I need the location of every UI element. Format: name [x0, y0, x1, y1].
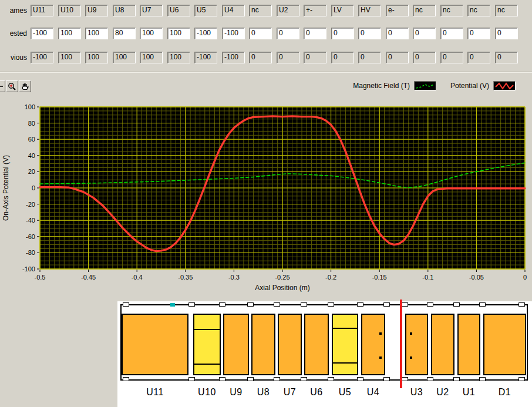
- requested-voltage-15[interactable]: 0: [440, 28, 463, 39]
- requested-voltage-5[interactable]: 100: [167, 28, 190, 39]
- requested-voltage-7[interactable]: -100: [222, 28, 245, 39]
- requested-voltage-4[interactable]: 100: [140, 28, 163, 39]
- mounting-tab-bottom: [328, 377, 334, 381]
- cyan-marker: [170, 303, 175, 307]
- requested-voltage-13[interactable]: 0: [386, 28, 409, 39]
- previous-voltage-2: 100: [85, 52, 108, 63]
- mounting-tab-bottom: [357, 377, 363, 381]
- previous-voltage-15: 0: [440, 52, 463, 63]
- x-tick-label: -0.2: [325, 274, 336, 281]
- electrode-U11: [122, 314, 188, 375]
- mounting-tab-top: [247, 302, 254, 307]
- electrode-dot: [379, 356, 382, 359]
- y-tick-label: -100: [22, 265, 35, 273]
- electrode-U10: [193, 314, 221, 375]
- channel-name-4: U7: [140, 5, 163, 16]
- channel-name-15: nc: [440, 5, 463, 16]
- mounting-tab-bottom: [479, 377, 486, 381]
- mounting-tab-bottom: [247, 377, 254, 381]
- y-tick-label: 40: [28, 152, 35, 159]
- y-axis-title: On-Axis Potential (V): [2, 155, 10, 221]
- mounting-tab-top: [402, 302, 408, 307]
- electrode-label-U5: U5: [339, 387, 351, 398]
- previous-voltage-5: 100: [167, 52, 190, 63]
- mounting-tab-top: [479, 302, 486, 307]
- previous-voltage-11: 0: [331, 52, 354, 63]
- electrode-U2: [431, 314, 454, 375]
- x-tick-label: -0.25: [275, 274, 289, 281]
- mounting-tab-top: [328, 302, 334, 307]
- channel-name-6: U5: [194, 5, 217, 16]
- channel-name-17: nc: [495, 5, 518, 16]
- requested-voltage-9[interactable]: 0: [277, 28, 299, 39]
- mounting-tab-top: [518, 302, 525, 307]
- mounting-tab-top: [274, 302, 280, 307]
- channel-name-7: U4: [222, 5, 245, 16]
- electrode-label-U8: U8: [257, 387, 270, 398]
- electrode-label-U3: U3: [410, 387, 423, 398]
- requested-voltage-14[interactable]: 0: [413, 28, 436, 39]
- channel-name-0: U11: [31, 5, 53, 16]
- panel-separator: [0, 72, 532, 73]
- mounting-tab-top: [301, 302, 307, 307]
- electrode-label-U10: U10: [198, 387, 216, 398]
- channel-name-3: U8: [113, 5, 136, 16]
- mounting-tab-bottom: [219, 377, 225, 381]
- requested-voltage-16[interactable]: 0: [467, 28, 490, 39]
- x-tick-label: -0.1: [422, 274, 433, 281]
- mounting-tab-bottom: [518, 377, 525, 381]
- channel-name-8: nc: [249, 5, 272, 16]
- xy-graph[interactable]: 100806040200-20-40-60-80-100-0.5-0.45-0.…: [0, 76, 532, 300]
- x-tick-label: -0.35: [178, 274, 193, 281]
- channel-name-16: nc: [467, 5, 490, 16]
- previous-voltage-8: 0: [249, 52, 272, 63]
- requested-voltage-1[interactable]: 100: [58, 28, 81, 39]
- requested-voltage-6[interactable]: -100: [194, 28, 217, 39]
- previous-voltage-14: 0: [413, 52, 436, 63]
- mounting-tab-bottom: [427, 377, 433, 381]
- y-tick-label: -60: [26, 233, 35, 240]
- y-tick-label: 80: [28, 120, 35, 127]
- requested-voltage-10[interactable]: 0: [304, 28, 326, 39]
- mounting-tab-top: [188, 302, 195, 307]
- y-tick-label: -20: [26, 201, 35, 208]
- mounting-tab-top: [219, 302, 225, 307]
- electrode-segment-line: [333, 328, 357, 329]
- requested-voltage-0[interactable]: -100: [31, 28, 53, 39]
- electrode-dot: [379, 332, 382, 335]
- channel-name-11: LV: [331, 5, 354, 16]
- y-tick-label: 0: [32, 184, 35, 191]
- channel-name-10: +-: [304, 5, 326, 16]
- channel-name-14: nc: [413, 5, 436, 16]
- mounting-tab-top: [427, 302, 433, 307]
- requested-voltage-2[interactable]: 100: [85, 28, 108, 39]
- electrode-label-U9: U9: [230, 387, 242, 398]
- electrode-segment-line: [194, 329, 220, 330]
- previous-voltage-12: 0: [358, 52, 381, 63]
- previous-voltage-1: 100: [58, 52, 81, 63]
- electrode-label-U7: U7: [284, 387, 296, 398]
- requested-voltage-8[interactable]: 0: [249, 28, 272, 39]
- y-tick-label: -80: [26, 249, 35, 256]
- electrode-label-U2: U2: [436, 387, 449, 398]
- beam-position-marker: [400, 300, 402, 388]
- requested-voltage-17[interactable]: 0: [495, 28, 518, 39]
- electrode-label-D1: D1: [499, 387, 511, 398]
- x-tick-label: -0.5: [35, 274, 46, 281]
- previous-voltage-4: 100: [140, 52, 163, 63]
- channel-name-13: e-: [386, 5, 409, 16]
- previous-voltage-6: -100: [194, 52, 217, 63]
- electrode-U7: [278, 314, 302, 375]
- channel-name-12: HV: [358, 5, 381, 16]
- mounting-tab-top: [383, 302, 390, 307]
- requested-voltage-12[interactable]: 0: [358, 28, 381, 39]
- trap-electrode-schematic: U11U10U9U8U7U6U5U4U3U2U1D1: [117, 301, 532, 407]
- requested-voltage-3[interactable]: 80: [113, 28, 136, 39]
- electrode-dot: [410, 356, 412, 359]
- previous-voltage-0: -100: [31, 52, 53, 63]
- mounting-tab-bottom: [274, 377, 280, 381]
- x-tick-label: 0: [523, 274, 527, 281]
- electrode-label-U4: U4: [367, 387, 379, 398]
- requested-voltage-11[interactable]: 0: [331, 28, 354, 39]
- electrode-U4: [361, 314, 385, 375]
